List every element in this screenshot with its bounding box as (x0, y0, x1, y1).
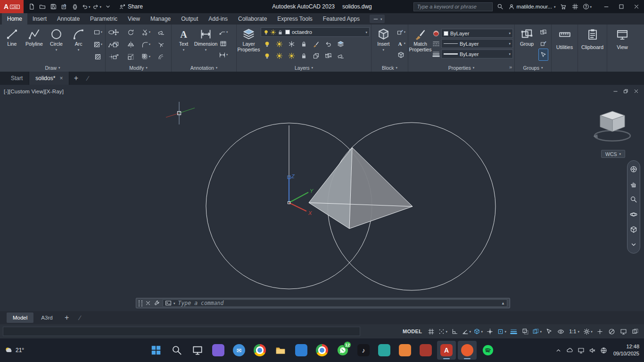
maximize-button[interactable] (614, 0, 629, 13)
move-button[interactable] (108, 26, 124, 38)
panel-expander-icon[interactable]: » (509, 64, 512, 70)
erase-button[interactable] (154, 26, 169, 38)
rotate-button[interactable] (124, 26, 139, 38)
ortho-mode-button[interactable] (449, 326, 460, 337)
minimize-button[interactable] (599, 0, 614, 13)
command-line[interactable]: ▾ ▲ (136, 298, 510, 308)
copy-button[interactable] (108, 39, 124, 50)
help-button[interactable]: ▾ (582, 1, 593, 12)
open-button[interactable] (37, 1, 48, 12)
object-snap-button[interactable]: ▾ (496, 326, 507, 337)
wcs-dropdown[interactable]: WCS▾ (601, 150, 625, 158)
file-explorer-app[interactable] (271, 341, 290, 360)
layer-unisolate-button[interactable] (273, 50, 285, 61)
weather-widget[interactable]: 21° (5, 338, 24, 362)
ribbon-tab-view[interactable]: View (123, 13, 145, 25)
ribbon-minimize-button[interactable]: ▾ (370, 15, 385, 23)
app-multicolor-app[interactable] (313, 341, 331, 360)
autocad-app[interactable]: A (437, 341, 456, 360)
viewport-restore-icon[interactable] (623, 88, 629, 94)
group-edit-button[interactable] (539, 38, 548, 49)
viewport-minimize-icon[interactable] (612, 88, 619, 94)
plot-button[interactable] (70, 1, 80, 12)
object-color-dropdown[interactable]: ByLayer▾ (441, 29, 513, 38)
app-purple-app[interactable] (209, 341, 228, 360)
panel-draw-footer[interactable]: Draw▾ (0, 64, 105, 72)
isolate-objects-button[interactable] (606, 326, 617, 337)
file-tab-close-icon[interactable]: × (59, 75, 63, 82)
mirror-button[interactable] (124, 39, 139, 50)
isometric-drafting-button[interactable]: ▾ (473, 326, 483, 337)
mail-app[interactable]: ✉ (230, 341, 248, 360)
annotation-scale-button[interactable]: 1:1▾ (567, 329, 581, 334)
app-darkred-app[interactable] (416, 341, 435, 360)
new-layout-button[interactable]: + (60, 313, 74, 322)
insert-block-button[interactable]: Insert ▾ (373, 26, 394, 64)
object-snap-tracking-button[interactable] (485, 326, 495, 337)
group-button[interactable]: Group (516, 26, 537, 64)
table-button[interactable] (218, 38, 229, 49)
polar-tracking-button[interactable]: ▾ (461, 326, 471, 337)
panel-groups-footer[interactable]: Groups▾ (515, 64, 551, 72)
fillet-button[interactable]: ▾ (139, 39, 154, 50)
utilities-button[interactable]: Utilities (552, 25, 578, 72)
share-button[interactable]: Share (119, 3, 143, 10)
array-button[interactable]: ▾ (139, 51, 154, 62)
show-motion-button[interactable] (630, 226, 637, 233)
panel-modify-footer[interactable]: Modify▾ (106, 64, 171, 72)
lineweight-display-button[interactable] (508, 326, 519, 337)
layer-lock-button[interactable] (297, 38, 310, 49)
dimension-button[interactable]: Dimension▾ (195, 26, 216, 64)
file-tab-start[interactable]: Start (5, 72, 29, 85)
drawing-canvas[interactable]: ZYX (0, 85, 644, 311)
cart-button[interactable] (558, 1, 569, 12)
pan-button[interactable] (630, 181, 637, 188)
command-customize-icon[interactable] (154, 300, 160, 306)
region-button[interactable] (91, 51, 105, 62)
text-button[interactable]: AText▾ (173, 26, 194, 64)
clipboard-button[interactable]: Clipboard (578, 25, 607, 72)
view-panel-button[interactable]: View (607, 25, 637, 72)
ribbon-tab-add-ins[interactable]: Add-ins (203, 13, 233, 25)
app-orange-circle-app[interactable] (458, 341, 477, 360)
tray-cloud-button[interactable] (566, 347, 573, 354)
ribbon-tab-collaborate[interactable]: Collaborate (233, 13, 272, 25)
block-attributes-button[interactable]: A▾ (396, 38, 406, 49)
layer-isolate-button[interactable] (273, 38, 285, 49)
panel-block-footer[interactable]: Block▾ (372, 64, 408, 72)
drawing-area[interactable]: ZYX [-][Custom View][X-Ray] WCS▾ (0, 85, 644, 311)
ribbon-tab-output[interactable]: Output (176, 13, 203, 25)
close-button[interactable] (629, 0, 644, 13)
tray-volume-button[interactable] (589, 347, 596, 354)
ungroup-button[interactable] (539, 26, 548, 38)
app-blue-app[interactable] (292, 341, 311, 360)
ribbon-tab-featured-apps[interactable]: Featured Apps (318, 13, 365, 25)
ribbon-tab-express-tools[interactable]: Express Tools (272, 13, 317, 25)
save-as-button[interactable] (59, 1, 69, 12)
command-history-toggle[interactable]: ▲ (501, 301, 505, 305)
zoom-button[interactable] (630, 196, 637, 203)
layer-match-button[interactable] (310, 38, 322, 49)
tray-display-button[interactable] (578, 347, 585, 354)
layer-walk-button[interactable] (334, 38, 347, 49)
annotation-monitor-button[interactable] (594, 326, 605, 337)
arc-button[interactable]: Arc▾ (68, 26, 89, 64)
selection-cycling-button[interactable]: ▾ (532, 326, 542, 337)
transparency-button[interactable] (520, 326, 530, 337)
ribbon-tab-insert[interactable]: Insert (27, 13, 52, 25)
layer-prev-button[interactable] (322, 38, 334, 49)
layer-unlock-button[interactable] (297, 50, 310, 61)
application-menu-button[interactable]: A CAD (0, 0, 24, 13)
spotify-app[interactable] (479, 341, 497, 360)
navigation-wheel-button[interactable] (630, 165, 637, 173)
rectangle-button[interactable]: ▾ (91, 26, 105, 38)
layer-select-dropdown[interactable]: octaedro ▾ (261, 27, 370, 37)
app-store-button[interactable] (570, 1, 580, 12)
redo-button[interactable]: ▾ (91, 1, 102, 12)
clean-screen-button[interactable] (630, 326, 640, 337)
new-file-tab-button[interactable]: + (69, 72, 83, 85)
tray-language-button[interactable] (600, 347, 607, 354)
offset-button[interactable] (154, 51, 169, 62)
circle-button[interactable]: Circle▾ (46, 26, 67, 64)
explode-button[interactable] (154, 39, 169, 50)
